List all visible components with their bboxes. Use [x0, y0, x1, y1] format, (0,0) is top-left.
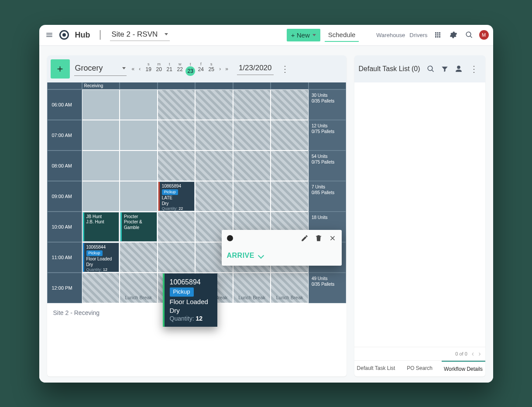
slot[interactable] — [195, 181, 233, 212]
slot[interactable] — [271, 89, 309, 120]
nav-drivers[interactable]: Drivers — [409, 32, 427, 38]
day-20[interactable]: m20 — [154, 62, 163, 76]
avatar[interactable]: M — [479, 30, 489, 40]
settings-icon[interactable] — [448, 29, 459, 41]
more-icon[interactable]: ⋮ — [467, 64, 481, 74]
close-icon[interactable] — [329, 234, 336, 242]
time-label: 08:00 AM — [47, 150, 82, 181]
arrive-action[interactable]: ARRIVE — [227, 252, 336, 260]
content: + Grocery « ‹ s19m20t21w22t23f24s25 › » … — [39, 46, 493, 383]
more-icon[interactable]: ⋮ — [278, 64, 292, 74]
day-22[interactable]: w22 — [175, 62, 184, 76]
slot[interactable] — [195, 89, 233, 120]
slot[interactable] — [271, 181, 309, 212]
nav-warehouse[interactable]: Warehouse — [376, 32, 405, 38]
slot[interactable] — [233, 150, 271, 181]
appointment-card[interactable]: 10065844PickupFloor LoadedDryQuantity: 1… — [83, 243, 119, 272]
menu-icon[interactable] — [44, 29, 55, 41]
slot[interactable] — [158, 120, 196, 150]
tab-workflow-details[interactable]: Workflow Details — [442, 361, 485, 376]
slot[interactable] — [82, 181, 120, 212]
app-window: Hub Site 2 - RSVN + New Schedule Warehou… — [39, 25, 493, 383]
tasklist-panel: Default Task List (0) ⋮ 0 of 0 ‹ › Defau… — [354, 55, 485, 376]
tab-po-search[interactable]: PO Search — [398, 361, 442, 376]
time-label: 12:00 PM — [47, 273, 82, 303]
day-23[interactable]: t23 — [186, 62, 195, 76]
search-icon[interactable] — [463, 29, 475, 41]
prev-icon[interactable]: ‹ — [138, 65, 141, 73]
slot[interactable]: Lunch Break — [120, 273, 158, 303]
slot[interactable] — [195, 150, 233, 181]
slot[interactable] — [233, 181, 271, 212]
edit-icon[interactable] — [301, 234, 309, 242]
day-19[interactable]: s19 — [144, 62, 153, 76]
slot[interactable] — [233, 120, 271, 150]
last-icon[interactable]: » — [224, 65, 229, 73]
slot[interactable]: ProcterProcter & Gamble — [120, 212, 158, 242]
caret-down-icon — [312, 34, 316, 36]
brand-logo — [59, 30, 69, 40]
slot[interactable] — [158, 89, 196, 120]
appointment-preview: 10065894 Pickup Floor Loaded Dry Quantit… — [163, 274, 217, 327]
new-button[interactable]: + New — [287, 29, 320, 41]
next-icon[interactable]: › — [218, 65, 222, 73]
slot[interactable] — [158, 242, 196, 273]
schedule-grid: Receiving06:00 AM30 Units0/35 Pallets07:… — [47, 82, 347, 303]
slot[interactable] — [271, 120, 309, 150]
first-icon[interactable]: « — [131, 65, 136, 73]
delete-icon[interactable] — [315, 234, 323, 242]
slot[interactable]: Lunch Break — [271, 273, 309, 303]
slot[interactable] — [158, 150, 196, 181]
slot[interactable]: Lunch Break — [233, 273, 271, 303]
day-21[interactable]: t21 — [165, 62, 174, 76]
slot[interactable] — [82, 273, 120, 303]
slot[interactable] — [82, 150, 120, 181]
slot[interactable] — [158, 212, 196, 242]
caret-down-icon — [165, 33, 168, 35]
person-icon[interactable] — [453, 63, 464, 75]
next-page-icon[interactable]: › — [478, 350, 481, 358]
column-header — [309, 82, 347, 89]
column-header — [47, 82, 82, 89]
slot[interactable] — [233, 89, 271, 120]
slot[interactable] — [82, 120, 120, 150]
slot[interactable] — [120, 120, 158, 150]
slot[interactable]: 10865894PickupLATEDryQuantity: 22 — [158, 181, 196, 212]
schedule-panel: + Grocery « ‹ s19m20t21w22t23f24s25 › » … — [47, 55, 347, 376]
tasklist-header: Default Task List (0) ⋮ — [354, 55, 485, 82]
search-icon[interactable] — [425, 63, 436, 75]
appointment-card[interactable]: 10865894PickupLATEDryQuantity: 22 — [158, 182, 195, 211]
caret-down-icon — [122, 67, 126, 69]
day-25[interactable]: s25 — [207, 62, 216, 76]
add-button[interactable]: + — [51, 59, 70, 79]
apps-icon[interactable] — [432, 29, 443, 41]
column-header — [158, 82, 196, 89]
slot[interactable] — [120, 89, 158, 120]
site-selector[interactable]: Site 2 - RSVN — [110, 29, 170, 41]
appt-qty: Quantity: 12 — [170, 315, 212, 322]
appointment-card[interactable]: JB HuntJ.B. Hunt — [83, 212, 119, 241]
slot[interactable] — [271, 150, 309, 181]
slot[interactable] — [195, 120, 233, 150]
info-icon[interactable] — [227, 235, 233, 241]
slot[interactable] — [120, 242, 158, 273]
appointment-card[interactable]: ProcterProcter & Gamble — [120, 212, 157, 241]
appt-id: 10065894 — [170, 278, 212, 287]
filter-icon[interactable] — [439, 63, 450, 75]
slot[interactable] — [82, 89, 120, 120]
tab-default-task-list[interactable]: Default Task List — [354, 361, 398, 376]
slot[interactable] — [120, 150, 158, 181]
prev-page-icon[interactable]: ‹ — [472, 350, 474, 358]
schedule-tab[interactable]: Schedule — [325, 28, 359, 42]
date-field[interactable]: 1/23/2020 — [237, 62, 274, 75]
capacity-cell: 12 Units0/75 Pallets — [309, 120, 347, 150]
pickup-badge: Pickup — [170, 287, 194, 297]
day-24[interactable]: f24 — [196, 62, 205, 76]
slot[interactable] — [120, 181, 158, 212]
chevron-down-icon — [258, 252, 264, 258]
slot[interactable]: JB HuntJ.B. Hunt — [82, 212, 120, 242]
time-label: 07:00 AM — [47, 120, 82, 150]
slot[interactable]: 10065844PickupFloor LoadedDryQuantity: 1… — [82, 242, 120, 273]
category-selector[interactable]: Grocery — [74, 62, 127, 76]
divider — [100, 30, 100, 40]
